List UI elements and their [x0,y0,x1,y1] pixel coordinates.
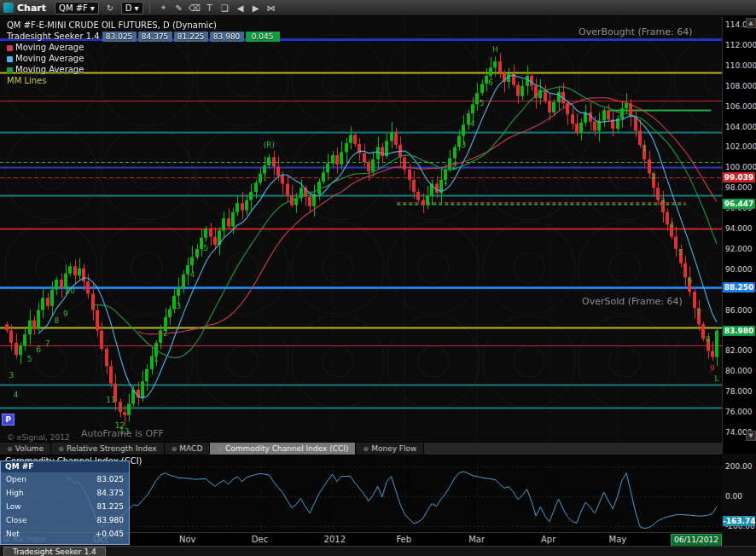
data-window-row: Net+0.045 [1,527,129,541]
tab-label: Volume [15,444,44,453]
axis-scroll-down-icon[interactable]: ▼ [746,431,756,441]
ma-swatch [7,56,13,62]
row-label: Open [6,473,26,485]
price-level-badge: 83.980 [723,326,755,336]
last-date-badge: 06/11/2012 [671,534,722,547]
price-tick-label: 110.000 [725,61,756,70]
tab-label: Money Flow [371,444,416,453]
indicator-tab-volume[interactable]: ⊗Volume [0,443,51,455]
indicator-tab-relative-strength-index[interactable]: ⊗Relative Strength Index [51,443,164,455]
forward-icon: ▶ [253,3,259,13]
symbol-value: QM #F [59,3,88,13]
tab-close-icon[interactable]: ⊗ [7,445,13,453]
copyright-label: © eSignal, 2012 [7,433,70,442]
data-window-title[interactable]: QM #F [1,461,129,472]
indicator-tab-money-flow[interactable]: ⊗Money Flow [356,443,424,455]
row-label: High [6,487,24,499]
study-values: 83.02584.37581.22583.9800.045 [102,32,280,42]
study-value-chip: 83.025 [102,32,137,42]
pivot-badge: P [2,414,15,426]
symbol-title: QM #F-E-MINI CRUDE OIL FUTURES, D (Dynam… [7,20,217,31]
forward-button[interactable]: ▶ [248,1,264,14]
toolbar: Chart QM #F ▾ ↻ D ▾ ⌖✎⌫T❑◀▶⋈ [0,0,756,16]
price-tick-label: 98.000 [725,183,753,192]
row-label: Close [6,514,27,526]
data-window-rows: Open83.025High84.375Low81.225Close83.980… [1,472,129,541]
callout-icon: ❑ [221,3,229,13]
price-tick-label: 80.000 [725,367,753,375]
indicator-tab-commodity-channel-index-cci-[interactable]: ⊗Commodity Channel Index (CCI) [210,443,356,455]
callout-button[interactable]: ❑ [218,1,233,14]
data-window-popup[interactable]: QM #F Open83.025High84.375Low81.225Close… [0,460,130,545]
time-axis-label: Nov [179,535,196,544]
pencil-button[interactable]: ✎ [172,1,187,14]
interval-dropdown[interactable]: D ▾ [121,2,143,14]
tab-close-icon[interactable]: ⊗ [172,445,177,453]
time-axis-label: May [609,535,627,544]
price-axis[interactable]: 114.000112.000110.000108.000106.000104.0… [722,16,756,454]
study-value-chip: 84.375 [138,32,172,42]
time-axis-label: Feb [396,535,411,544]
ma-legend-row: Moving Average [7,65,280,75]
study-net-chip: 0.045 [246,32,280,42]
study-value-chip: 81.225 [174,32,208,42]
time-axis-label: 2012 [324,535,346,544]
esignal-logo-icon [3,3,14,13]
price-tick-label: 108.000 [725,82,756,90]
data-window-row: Low81.225 [1,500,129,513]
price-tick-label: 82.000 [725,346,753,355]
back-button[interactable]: ◀ [233,1,248,14]
tab-close-icon[interactable]: ⊗ [217,445,223,453]
study-value-chip: 83.980 [210,32,244,42]
axis-scroll-up-icon[interactable]: ▲ [746,18,756,28]
indicator-tab-macd[interactable]: ⊗MACD [165,443,211,455]
ma-legend-row: Moving Average [7,54,280,64]
tab-close-icon[interactable]: ⊗ [363,445,369,453]
text-tool-icon: T [207,3,212,13]
interval-value: D [125,3,132,13]
page-tab-tradesight[interactable]: Tradesight Seeker 1.4 [3,547,106,556]
tab-label: Commodity Channel Index (CCI) [225,444,348,453]
tab-close-icon[interactable]: ⊗ [58,445,64,453]
link-icon: ⋈ [267,3,276,13]
price-level-badge: 96.447 [723,199,755,209]
refresh-button[interactable]: ↻ [102,1,118,14]
chevron-down-icon: ▾ [135,3,139,13]
toolbar-separator [149,3,150,14]
ma-legend-row: Moving Average [7,43,280,53]
indicator-tabstrip: ⊗Volume⊗Relative Strength Index⊗MACD⊗Com… [0,442,722,455]
bottom-bar: Tradesight Seeker 1.4 [0,546,756,556]
row-value: 83.025 [97,473,125,485]
cci-tick-label: 200.00 [725,462,753,471]
time-axis-label: Dec [252,535,268,544]
row-value: 84.375 [97,487,125,499]
row-value: 83.980 [97,514,125,526]
price-tick-label: 86.000 [725,306,753,315]
price-tick-label: 90.000 [725,265,753,274]
cci-tick-label: 0.00 [725,492,742,501]
back-icon: ◀ [237,3,244,13]
eraser-button[interactable]: ⌫ [187,1,202,14]
oversold-label: OverSold (Frame: 64) [582,296,683,307]
data-window-row: Close83.980 [1,513,129,527]
text-tool-button[interactable]: T [202,1,218,14]
price-level-badge: 88.250 [723,282,755,292]
data-window-row: Open83.025 [1,472,129,486]
price-tick-label: 112.000 [725,41,756,49]
cci-value-badge: -163.74 [723,516,755,526]
autoframe-label: AutoFrame is OFF [81,428,164,439]
price-tick-label: 106.000 [725,102,756,111]
crosshair-button[interactable]: ⌖ [156,1,172,14]
price-level-badge: 99.039 [723,172,755,182]
crosshair-icon: ⌖ [161,3,166,13]
price-tick-label: 100.000 [725,163,756,171]
row-value: +0.045 [96,528,124,540]
eraser-icon: ⌫ [189,3,201,13]
time-axis-label: Apr [541,535,555,544]
chevron-down-icon: ▾ [90,3,95,13]
link-button[interactable]: ⋈ [264,1,279,14]
row-label: Low [6,501,21,513]
pencil-icon: ✎ [175,3,182,13]
drawing-tools: ⌖✎⌫T❑◀▶⋈ [156,1,279,14]
symbol-dropdown[interactable]: QM #F ▾ [55,2,99,14]
